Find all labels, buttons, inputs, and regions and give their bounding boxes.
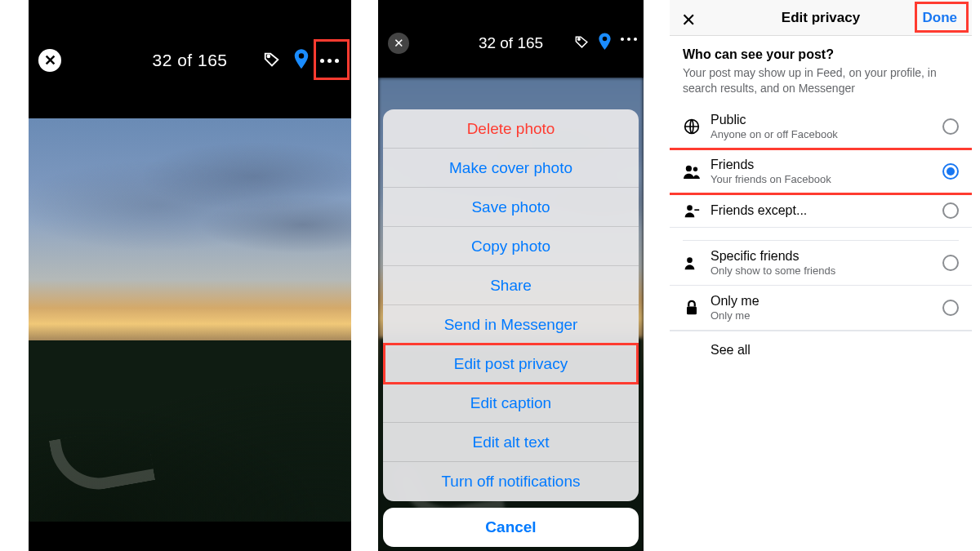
radio-only-me[interactable] (942, 300, 959, 316)
menu-item-label: Save photo (471, 198, 550, 216)
radio-friends-except[interactable] (942, 202, 959, 219)
menu-delete-photo[interactable]: Delete photo (383, 109, 639, 149)
menu-cancel[interactable]: Cancel (383, 508, 639, 547)
menu-item-label: Edit caption (470, 394, 551, 412)
see-all-button[interactable]: See all (670, 331, 972, 369)
privacy-option-public[interactable]: Public Anyone on or off Facebook (670, 104, 972, 149)
close-icon: ✕ (394, 36, 404, 51)
svg-point-7 (687, 257, 693, 263)
more-icon (320, 59, 339, 63)
photo-clouds (29, 118, 351, 312)
location-icon (292, 49, 310, 70)
option-title: Public (710, 113, 933, 127)
tag-icon (574, 34, 590, 50)
option-desc: Your friends on Facebook (710, 173, 933, 185)
edit-privacy-header: ✕ Edit privacy Done (670, 0, 972, 36)
phone-screen-edit-privacy: ✕ Edit privacy Done Who can see your pos… (670, 0, 972, 551)
privacy-option-only-me[interactable]: Only me Only me (670, 286, 972, 331)
menu-item-label: Edit post privacy (454, 355, 568, 373)
friends-icon (683, 164, 701, 179)
menu-item-label: Turn off notifications (441, 473, 580, 491)
menu-item-label: Copy photo (471, 238, 550, 256)
subheading: Who can see your post? Your post may sho… (670, 36, 972, 104)
subheading-desc: Your post may show up in Feed, on your p… (683, 65, 959, 96)
privacy-option-specific-friends[interactable]: Specific friends Only show to some frien… (670, 241, 972, 286)
more-options-button[interactable] (621, 38, 637, 41)
photo-counter: 32 of 165 (152, 51, 227, 70)
action-sheet-body: Delete photo Make cover photo Save photo… (383, 109, 639, 501)
menu-item-label: Share (490, 277, 532, 295)
menu-item-label: Edit alt text (473, 433, 550, 451)
menu-edit-caption[interactable]: Edit caption (383, 384, 639, 423)
svg-rect-8 (687, 306, 697, 314)
option-desc: Anyone on or off Facebook (710, 128, 933, 140)
phone-screen-action-sheet: ✕ 32 of 165 Delete photo Make cover phot… (378, 0, 644, 551)
radio-specific[interactable] (942, 255, 959, 271)
phone-screen-photo-viewer: ✕ 32 of 165 (29, 0, 351, 551)
more-options-button[interactable] (314, 45, 345, 76)
see-all-label: See all (710, 343, 751, 357)
menu-turn-off-notifications[interactable]: Turn off notifications (383, 462, 639, 501)
subheading-title: Who can see your post? (683, 47, 959, 62)
svg-point-1 (578, 38, 580, 40)
photo-viewer-header: ✕ 32 of 165 (378, 0, 644, 78)
option-title: Friends except... (710, 203, 933, 218)
done-button[interactable]: Done (920, 8, 961, 28)
close-button[interactable]: ✕ (38, 49, 61, 72)
friends-except-icon (683, 203, 701, 218)
close-icon: ✕ (44, 51, 56, 69)
menu-send-messenger[interactable]: Send in Messenger (383, 305, 639, 344)
location-icon (597, 33, 612, 51)
privacy-option-friends-except[interactable]: Friends except... (670, 194, 972, 228)
radio-friends[interactable] (942, 163, 959, 180)
option-title: Only me (710, 294, 933, 309)
privacy-option-friends[interactable]: Friends Your friends on Facebook (670, 149, 972, 194)
done-label: Done (923, 10, 958, 25)
more-icon (621, 38, 637, 41)
menu-item-label: Send in Messenger (444, 316, 578, 334)
location-button[interactable] (597, 33, 612, 51)
menu-edit-post-privacy[interactable]: Edit post privacy (383, 344, 639, 384)
option-title: Specific friends (710, 249, 933, 264)
svg-point-4 (693, 167, 697, 171)
tag-button[interactable] (574, 34, 590, 50)
close-button[interactable]: ✕ (388, 33, 409, 54)
svg-point-3 (686, 166, 692, 171)
close-icon: ✕ (681, 10, 696, 30)
truncated-option-row (683, 228, 959, 241)
tag-button[interactable] (263, 51, 281, 69)
photo-hills (29, 340, 351, 522)
globe-icon (683, 118, 701, 135)
menu-item-label: Cancel (485, 518, 536, 536)
photo-content[interactable] (29, 118, 351, 522)
radio-public[interactable] (942, 118, 959, 135)
photo-counter: 32 of 165 (479, 34, 543, 52)
menu-item-label: Make cover photo (449, 159, 572, 177)
svg-point-5 (687, 205, 693, 211)
svg-rect-6 (694, 209, 699, 211)
option-title: Friends (710, 158, 933, 172)
photo-viewer-header: ✕ 32 of 165 (29, 0, 351, 118)
option-desc: Only show to some friends (710, 264, 933, 277)
screen-title: Edit privacy (782, 10, 860, 26)
option-desc: Only me (710, 309, 933, 322)
menu-make-cover[interactable]: Make cover photo (383, 149, 639, 188)
menu-edit-alt-text[interactable]: Edit alt text (383, 423, 639, 462)
menu-item-label: Delete photo (467, 120, 555, 138)
lock-icon (683, 300, 701, 316)
menu-share[interactable]: Share (383, 266, 639, 305)
tag-icon (263, 51, 281, 69)
svg-point-0 (268, 56, 270, 58)
menu-copy-photo[interactable]: Copy photo (383, 227, 639, 266)
location-button[interactable] (292, 49, 310, 70)
action-sheet: Delete photo Make cover photo Save photo… (383, 109, 639, 547)
close-button[interactable]: ✕ (681, 10, 696, 31)
specific-friends-icon (683, 256, 701, 270)
menu-save-photo[interactable]: Save photo (383, 188, 639, 227)
